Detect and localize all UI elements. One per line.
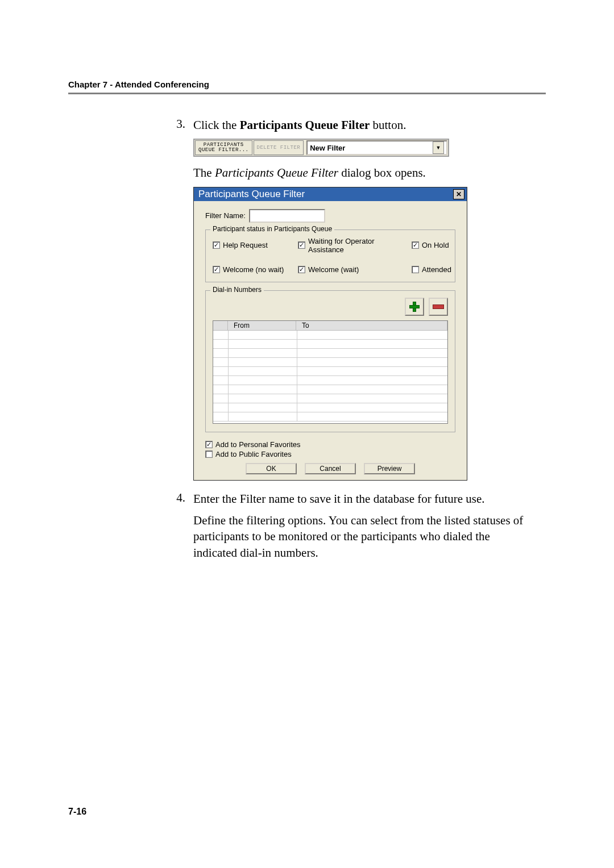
checkbox-icon: ✓: [205, 441, 213, 448]
attended-label: Attended: [422, 265, 451, 274]
column-to: To: [296, 321, 447, 331]
ok-button[interactable]: OK: [246, 463, 297, 474]
table-row[interactable]: [213, 385, 447, 394]
chevron-down-icon[interactable]: ▼: [433, 141, 444, 154]
toolbar-btn1-line2: QUEUE FILTER...: [198, 148, 249, 153]
checkbox-icon: [412, 266, 419, 273]
table-row[interactable]: [213, 394, 447, 403]
participants-queue-filter-dialog: Participants Queue Filter ✕ Filter Name:…: [193, 187, 467, 481]
table-row[interactable]: [213, 331, 447, 340]
step-3-text-suffix: button.: [370, 118, 406, 132]
waiting-operator-checkbox[interactable]: ✓ Waiting for Operator Assistance: [298, 237, 412, 254]
checkbox-icon: ✓: [213, 241, 220, 249]
filter-name-input[interactable]: [249, 209, 325, 223]
page-number: 7-16: [68, 807, 86, 817]
public-favorites-label: Add to Public Favorites: [215, 450, 292, 458]
remove-number-button[interactable]: [429, 298, 448, 316]
dialog-title-text: Participants Queue Filter: [198, 189, 305, 200]
step-3-caption-prefix: The: [193, 166, 215, 180]
personal-favorites-label: Add to Personal Favorites: [215, 440, 301, 449]
dialin-numbers-table[interactable]: From To: [213, 320, 448, 424]
table-row[interactable]: [213, 340, 447, 349]
table-row[interactable]: [213, 412, 447, 422]
step-3-caption-suffix: dialog box opens.: [338, 166, 426, 180]
filter-select[interactable]: New Filter ▼: [306, 140, 447, 155]
table-row[interactable]: [213, 403, 447, 412]
table-rows: [213, 331, 447, 422]
step-4-line1: Enter the Filter name to save it in the …: [193, 491, 534, 507]
checkbox-icon: ✓: [412, 241, 419, 249]
close-icon[interactable]: ✕: [453, 189, 464, 199]
chapter-header: Chapter 7 - Attended Conferencing: [68, 80, 546, 89]
table-row[interactable]: [213, 358, 447, 367]
preview-button[interactable]: Preview: [364, 463, 415, 474]
on-hold-label: On Hold: [422, 241, 449, 249]
checkbox-icon: [205, 450, 213, 458]
step-4-line2: Define the filtering options. You can se…: [193, 512, 534, 561]
table-corner: [213, 321, 228, 331]
personal-favorites-checkbox[interactable]: ✓ Add to Personal Favorites: [205, 440, 455, 449]
table-row[interactable]: [213, 376, 447, 385]
help-request-checkbox[interactable]: ✓ Help Request: [213, 237, 298, 254]
welcome-wait-label: Welcome (wait): [308, 265, 359, 274]
step-3-caption: The Participants Queue Filter dialog box…: [193, 165, 534, 181]
step-3-number: 3.: [165, 117, 193, 131]
step-3: 3. Click the Participants Queue Filter b…: [165, 117, 534, 133]
column-from: From: [228, 321, 296, 331]
add-number-button[interactable]: [405, 298, 424, 316]
participant-status-group: Participant status in Participants Queue…: [205, 229, 455, 282]
delete-filter-button[interactable]: DELETE FILTER: [254, 140, 304, 155]
participants-queue-filter-button[interactable]: PARTICIPANTS QUEUE FILTER...: [195, 140, 252, 155]
checkbox-icon: ✓: [213, 266, 220, 273]
step-4-number: 4.: [165, 491, 193, 505]
minus-icon: [433, 304, 444, 309]
step-3-text-bold: Participants Queue Filter: [240, 118, 370, 132]
filter-name-label: Filter Name:: [205, 211, 246, 220]
toolbar-btn2-label: DELETE FILTER: [257, 145, 301, 151]
step-4: 4. Enter the Filter name to save it in t…: [165, 491, 534, 561]
checkbox-icon: ✓: [298, 266, 305, 273]
table-row[interactable]: [213, 367, 447, 376]
step-3-text-prefix: Click the: [193, 118, 240, 132]
welcome-wait-checkbox[interactable]: ✓ Welcome (wait): [298, 265, 412, 274]
public-favorites-checkbox[interactable]: Add to Public Favorites: [205, 450, 455, 458]
header-divider: [68, 93, 546, 94]
participant-status-legend: Participant status in Participants Queue: [210, 225, 334, 233]
waiting-operator-label: Waiting for Operator Assistance: [308, 237, 412, 254]
checkbox-icon: ✓: [298, 241, 305, 249]
dialin-numbers-group: Dial-in Numbers From To: [205, 290, 455, 432]
step-3-text: Click the Participants Queue Filter butt…: [193, 117, 406, 133]
toolbar-figure: PARTICIPANTS QUEUE FILTER... DELETE FILT…: [193, 139, 449, 157]
plus-icon: [409, 302, 420, 312]
welcome-nowait-label: Welcome (no wait): [223, 265, 284, 274]
filter-select-value: New Filter: [310, 144, 345, 152]
dialog-titlebar: Participants Queue Filter ✕: [194, 187, 467, 201]
welcome-nowait-checkbox[interactable]: ✓ Welcome (no wait): [213, 265, 298, 274]
step-3-caption-italic: Participants Queue Filter: [215, 166, 338, 180]
help-request-label: Help Request: [223, 241, 268, 249]
table-row[interactable]: [213, 349, 447, 358]
attended-checkbox[interactable]: Attended: [412, 265, 463, 274]
cancel-button[interactable]: Cancel: [305, 463, 356, 474]
on-hold-checkbox[interactable]: ✓ On Hold: [412, 237, 463, 254]
dialin-numbers-legend: Dial-in Numbers: [210, 286, 264, 294]
